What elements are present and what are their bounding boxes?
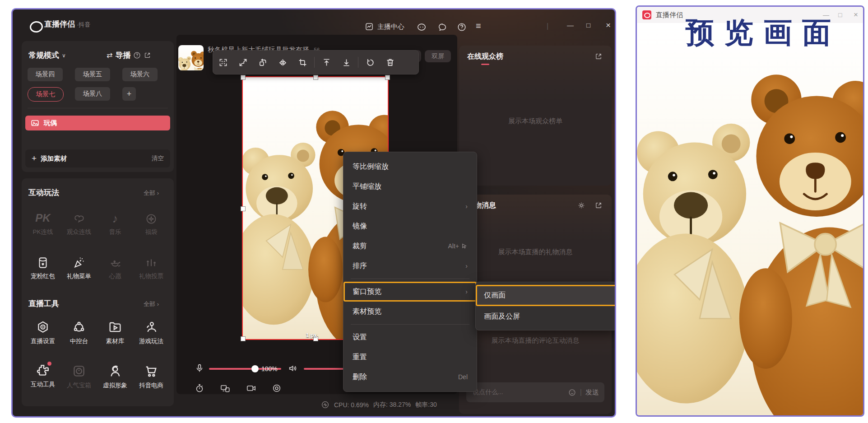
sidebar-item-gift-vote[interactable]: 礼物投票 xyxy=(133,255,169,280)
sidebar-item-live-settings[interactable]: 直播设置 xyxy=(25,319,61,345)
menu-item-rotate[interactable]: 旋转› xyxy=(343,196,477,216)
popout-icon[interactable] xyxy=(594,52,603,60)
send-to-back-icon[interactable] xyxy=(336,58,356,67)
add-material-bar[interactable]: + 添加素材 清空 xyxy=(25,149,170,167)
menu-item-mirror[interactable]: 镜像 xyxy=(343,216,477,236)
customer-service-icon[interactable] xyxy=(417,23,427,32)
chat-input[interactable]: 说点什么... | 发送 xyxy=(466,382,604,402)
scene-button-5[interactable]: 场景五 xyxy=(75,68,110,81)
section1-more[interactable]: 全部 › xyxy=(144,189,159,197)
minimize-button[interactable]: — xyxy=(567,21,574,29)
mode-dropdown[interactable]: 常规模式 ∨ xyxy=(28,50,66,60)
sidebar-item-gift-menu[interactable]: 礼物菜单 xyxy=(61,255,97,280)
scene-divider xyxy=(28,108,168,108)
toolbar-divider xyxy=(358,57,358,68)
maximize-button[interactable]: □ xyxy=(586,21,590,29)
performance-icon xyxy=(321,400,330,409)
scene-button-4[interactable]: 场景四 xyxy=(28,68,63,81)
help-icon[interactable] xyxy=(457,22,467,32)
director-toggle[interactable]: ⇄ 导播 xyxy=(107,50,151,60)
menu-item-sort[interactable]: 排序› xyxy=(343,256,477,276)
sidebar-item-lucky-bag[interactable]: 福袋 xyxy=(133,212,169,236)
external-link-icon[interactable] xyxy=(144,51,151,59)
anchor-center-label: 主播中心 xyxy=(377,23,404,31)
sidebar-item-control-console[interactable]: 中控台 xyxy=(61,319,97,345)
crop-icon[interactable] xyxy=(292,58,312,67)
message-bubble-icon[interactable] xyxy=(437,22,447,32)
context-menu: 等比例缩放 平铺缩放 旋转› 镜像 裁剪 Alt+ 排序› 窗口预览› 素材预览… xyxy=(343,152,477,392)
sidebar-item-music[interactable]: ♪ 音乐 xyxy=(97,212,133,236)
speaker-icon[interactable] xyxy=(288,363,298,373)
menu-item-window-preview[interactable]: 窗口预览› xyxy=(343,282,477,302)
comments-panel: 展示本场直播的评论互动消息 说点什么... | 发送 xyxy=(459,318,612,414)
fit-stretch-icon[interactable] xyxy=(233,58,253,67)
sidebar-item-popularity-chest[interactable]: 人气宝箱 xyxy=(61,363,97,390)
sidebar-item-game-play[interactable]: 游戏玩法 xyxy=(133,319,169,345)
cursor-icon xyxy=(461,243,468,250)
image-edit-toolbar xyxy=(213,50,419,74)
mic-volume-value: 100% xyxy=(261,365,278,372)
section2-more[interactable]: 全部 › xyxy=(144,300,159,308)
sidebar-item-media-library[interactable]: 素材库 xyxy=(97,319,133,345)
sidebar-item-audience-link[interactable]: 观众连线 xyxy=(61,212,97,236)
help-circle-icon[interactable] xyxy=(133,51,141,59)
submenu-item-screen-only[interactable]: 仅画面 xyxy=(476,285,616,306)
menu-item-delete[interactable]: 删除Del xyxy=(343,367,477,387)
menu-item-proportional-scale[interactable]: 等比例缩放 xyxy=(343,157,477,177)
gift-menu-icon xyxy=(72,256,86,270)
popout-icon[interactable] xyxy=(594,201,603,209)
gift-vote-icon xyxy=(144,256,158,270)
menu-item-reset[interactable]: 重置 xyxy=(343,347,477,367)
rotate-icon[interactable] xyxy=(253,58,273,67)
sidebar-item-interact-tools[interactable]: 互动工具 xyxy=(25,363,61,389)
timer-icon[interactable] xyxy=(195,383,204,393)
app-title: 直播伴侣 xyxy=(44,19,75,29)
resize-handle-sw[interactable] xyxy=(241,336,246,341)
scene-button-8[interactable]: 场景八 xyxy=(75,87,110,101)
mic-icon[interactable] xyxy=(195,363,204,373)
bring-to-front-icon[interactable] xyxy=(316,58,336,67)
menu-item-settings[interactable]: 设置 xyxy=(343,327,477,347)
menu-item-tile-scale[interactable]: 平铺缩放 xyxy=(343,177,477,196)
reset-icon[interactable] xyxy=(360,58,380,67)
flip-horizontal-icon[interactable] xyxy=(273,58,292,67)
camera-icon[interactable] xyxy=(246,383,256,393)
scene-button-6[interactable]: 场景六 xyxy=(122,68,158,81)
fit-proportional-icon[interactable] xyxy=(213,58,233,67)
screen-orientation-icon[interactable] xyxy=(220,383,231,393)
resize-handle-nw[interactable] xyxy=(241,75,246,80)
close-button[interactable]: × xyxy=(606,20,611,30)
material-thumbnail[interactable] xyxy=(178,45,204,70)
sidebar-item-wish[interactable]: 心愿 xyxy=(97,255,133,280)
submenu-item-screen-and-chat[interactable]: 画面及公屏 xyxy=(476,306,616,327)
add-scene-button[interactable]: + xyxy=(122,87,136,101)
sidebar-item-fan-red-packet[interactable]: 宠粉红包 xyxy=(25,255,61,280)
send-button[interactable]: 发送 xyxy=(585,388,599,397)
clear-button[interactable]: 清空 xyxy=(152,154,164,163)
preview-content xyxy=(637,23,863,415)
resize-handle-ne[interactable] xyxy=(385,75,390,80)
sidebar-item-pk-link[interactable]: PK PK连线 xyxy=(25,212,61,236)
material-label: 玩偶 xyxy=(44,119,57,127)
window-preview-submenu: 仅画面 画面及公屏 xyxy=(475,282,616,330)
sidebar-item-virtual-avatar[interactable]: 虚拟形象 xyxy=(97,363,133,390)
hamburger-menu-icon[interactable]: ≡ xyxy=(476,21,481,31)
preview-close[interactable]: × xyxy=(854,10,858,19)
resize-handle-w[interactable] xyxy=(241,206,246,211)
anchor-center-button[interactable]: 主播中心 xyxy=(365,22,404,31)
emoji-icon[interactable] xyxy=(568,388,576,397)
sidebar-item-douyin-shop[interactable]: 抖音电商 xyxy=(133,363,169,390)
mic-volume-knob[interactable] xyxy=(251,365,259,372)
dual-screen-button[interactable]: 双屏 xyxy=(425,50,451,62)
main-window: 直播伴侣 ·抖音 主播中心 ≡ | — □ × 常规模式 ∨ ⇄ 导播 场景四 … xyxy=(11,8,616,418)
menu-item-material-preview[interactable]: 素材预览 xyxy=(343,302,477,321)
memory-usage: 内存: 38.27% xyxy=(373,401,411,409)
menu-item-crop[interactable]: 裁剪 Alt+ xyxy=(343,236,477,256)
scene-button-7-selected[interactable]: 场景七 xyxy=(28,87,64,102)
resize-handle-n[interactable] xyxy=(313,75,318,80)
record-settings-icon[interactable] xyxy=(272,383,282,393)
gear-icon[interactable] xyxy=(577,201,585,209)
delete-icon[interactable] xyxy=(380,58,400,67)
submenu-arrow-icon: › xyxy=(465,262,468,270)
material-item-selected[interactable]: 玩偶 xyxy=(25,116,170,130)
